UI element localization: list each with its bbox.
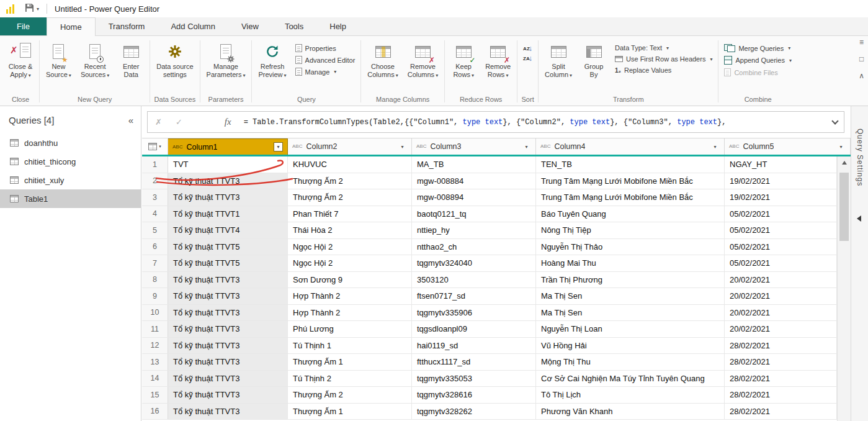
cell[interactable]: mgw-008884 (412, 173, 536, 189)
cell[interactable]: Tú Thịnh 2 (288, 371, 412, 387)
scroll-up-button[interactable] (838, 156, 851, 169)
row-number[interactable]: 1 (142, 156, 168, 173)
formula-expand-button[interactable] (826, 112, 844, 132)
split-column-button[interactable]: Split Column▾ (541, 39, 576, 81)
cell[interactable]: ntthao2_ch (412, 239, 536, 255)
remove-columns-button[interactable]: ✗ Remove Columns▾ (404, 39, 442, 81)
row-number[interactable]: 2 (142, 173, 168, 189)
advanced-editor-button[interactable]: Advanced Editor (292, 55, 359, 65)
row-number[interactable]: 13 (142, 354, 168, 370)
cell[interactable]: TEN_TB (536, 156, 725, 173)
cell[interactable]: Tổ kỹ thuật TTVT3 (168, 189, 288, 206)
cell[interactable]: Ngọc Hội 2 (288, 239, 412, 255)
cell[interactable]: tqgmytv335906 (412, 305, 536, 321)
cell[interactable]: 19/02/2021 (725, 189, 837, 206)
cell[interactable]: Trung Tâm Mạng Lưới Mobifone Miền Bắc (536, 189, 725, 206)
cell[interactable]: Nông Thị Tiệp (536, 222, 725, 238)
cell[interactable]: Tổ kỹ thuật TTVT1 (168, 206, 288, 222)
row-number[interactable]: 3 (142, 189, 168, 206)
cell[interactable]: mgw-008894 (412, 189, 536, 206)
formula-input[interactable]: = Table.TransformColumnTypes(Table2,{{"C… (239, 118, 826, 127)
cell[interactable]: MA_TB (412, 156, 536, 173)
row-number[interactable]: 14 (142, 371, 168, 387)
cell[interactable]: Báo Tuyên Quang (536, 206, 725, 222)
cell[interactable]: Trần Thị Phương (536, 272, 725, 288)
cell[interactable]: Hoàng Mai Thu (536, 255, 725, 271)
cell[interactable]: Thượng Ấm 2 (288, 387, 412, 403)
collapse-queries-pane-button[interactable]: « (128, 115, 133, 125)
cell[interactable]: Tổ kỹ thuật TTVT3 (168, 338, 288, 354)
use-first-row-as-headers-button[interactable]: Use First Row as Headers ▾ (612, 54, 715, 64)
tab-add-column[interactable]: Add Column (158, 17, 228, 35)
scrollbar-thumb[interactable] (839, 173, 849, 241)
cell[interactable]: tqgsdloanpl09 (412, 321, 536, 337)
cell[interactable]: 05/02/2021 (725, 222, 837, 238)
cell[interactable]: Tổ kỹ thuật TTVT3 (168, 387, 288, 403)
row-number[interactable]: 5 (142, 222, 168, 238)
cell[interactable]: Nguyễn Thị Loan (536, 321, 725, 337)
cell[interactable]: 05/02/2021 (725, 255, 837, 271)
cell[interactable]: tqgmytv335053 (412, 371, 536, 387)
append-queries-button[interactable]: Append Queries ▾ (721, 55, 795, 66)
tab-tools[interactable]: Tools (272, 17, 316, 35)
sort-ascending-button[interactable]: AZ↓ (520, 44, 535, 53)
sidebar-item-table1[interactable]: Table1 (0, 189, 141, 208)
properties-button[interactable]: Properties (292, 43, 359, 53)
refresh-preview-button[interactable]: Refresh Preview▾ (254, 39, 290, 81)
cell[interactable]: 28/02/2021 (725, 404, 837, 420)
row-number[interactable]: 11 (142, 321, 168, 337)
cell[interactable]: Cơ Sở Cai Nghiện Ma Túy Tỉnh Tuyên Quang (536, 371, 725, 387)
save-button[interactable] (25, 3, 34, 14)
row-number[interactable]: 16 (142, 404, 168, 420)
cell[interactable]: TVT (168, 156, 288, 173)
cell[interactable]: Vũ Hồng Hải (536, 338, 725, 354)
combine-files-button[interactable]: Combine Files (721, 67, 795, 78)
cell[interactable]: NGAY_HT (725, 156, 837, 173)
filter-button[interactable]: ▾ (398, 142, 407, 152)
cell[interactable]: Tú Thịnh 1 (288, 338, 412, 354)
column-header-column5[interactable]: ABCColumn5▾ (725, 138, 851, 155)
cell[interactable]: ftsen0717_sd (412, 288, 536, 304)
row-number[interactable]: 12 (142, 338, 168, 354)
cell[interactable]: Tổ kỹ thuật TTVT3 (168, 288, 288, 304)
cell[interactable]: Nguyễn Thị Thảo (536, 239, 725, 255)
cell[interactable]: Tổ kỹ thuật TTVT3 (168, 272, 288, 288)
cell[interactable]: 28/02/2021 (725, 387, 837, 403)
cell[interactable]: baotq0121_tq (412, 206, 536, 222)
cell[interactable]: Tổ kỹ thuật TTVT4 (168, 222, 288, 238)
cell[interactable]: Thượng Ấm 2 (288, 173, 412, 189)
cell[interactable]: Phương Văn Khanh (536, 404, 725, 420)
cell[interactable]: Ma Thị Sen (536, 288, 725, 304)
cell[interactable]: Thượng Ấm 2 (288, 189, 412, 206)
cell[interactable]: Ma Thị Sen (536, 305, 725, 321)
row-number[interactable]: 9 (142, 288, 168, 304)
row-number[interactable]: 8 (142, 272, 168, 288)
cell[interactable]: Tổ kỹ thuật TTVT3 (168, 404, 288, 420)
row-number[interactable]: 6 (142, 239, 168, 255)
cell[interactable]: 05/02/2021 (725, 239, 837, 255)
column-header-column2[interactable]: ABCColumn2▾ (288, 138, 412, 155)
cell[interactable]: Phan Thiết 7 (288, 206, 412, 222)
cell[interactable]: 20/02/2021 (725, 305, 837, 321)
table-select-header[interactable]: ▾ (142, 138, 168, 155)
cell[interactable]: hai0119_sd (412, 338, 536, 354)
cell[interactable]: Tổ kỹ thuật TTVT3 (168, 173, 288, 189)
cell[interactable]: 28/02/2021 (725, 371, 837, 387)
row-number[interactable]: 4 (142, 206, 168, 222)
cell[interactable]: nttiep_hy (412, 222, 536, 238)
row-number[interactable]: 7 (142, 255, 168, 271)
cell[interactable]: 28/02/2021 (725, 354, 837, 370)
cell[interactable]: 05/02/2021 (725, 206, 837, 222)
cancel-formula-icon[interactable]: ✗ (155, 117, 162, 127)
sort-descending-button[interactable]: ZA↓ (520, 54, 535, 63)
cell[interactable]: 20/02/2021 (725, 288, 837, 304)
cell[interactable]: 20/02/2021 (725, 272, 837, 288)
tab-home[interactable]: Home (47, 17, 96, 36)
group-by-button[interactable]: Group By (578, 39, 610, 81)
cell[interactable]: Trung Tâm Mạng Lưới Mobifone Miền Bắc (536, 173, 725, 189)
column-header-column1[interactable]: ABCColumn1▾ (168, 138, 288, 155)
column-header-column4[interactable]: ABCColumn4▾ (536, 138, 725, 155)
cell[interactable]: Tổ kỹ thuật TTVT3 (168, 354, 288, 370)
cell[interactable]: KHUVUC (288, 156, 412, 173)
data-source-settings-button[interactable]: Data source settings (153, 39, 197, 81)
